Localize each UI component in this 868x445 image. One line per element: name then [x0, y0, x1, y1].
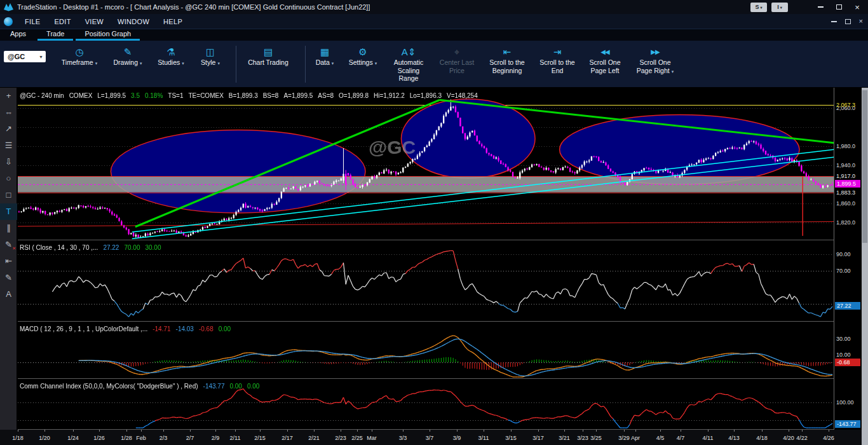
- pointer-tool-icon: ⇔: [4, 107, 13, 117]
- tab-apps[interactable]: Apps: [0, 29, 36, 41]
- chart-toolbar: @GC ▼ ◷Timeframe▾✎Drawing▾⚗Studies▾◫Styl…: [0, 41, 868, 88]
- cci-study-label: Comm Channel Index (50,0,0, MyColors( "D…: [20, 380, 264, 391]
- toolbar-settings-button[interactable]: ⚙Settings▾: [344, 46, 381, 67]
- analytics-tool-icon: A: [6, 289, 11, 299]
- pencil-tool-icon[interactable]: ✎: [0, 270, 17, 286]
- toolbar-scroll-page-right-button[interactable]: ▶▶Scroll OnePage Right▾: [632, 46, 679, 74]
- menu-window[interactable]: WINDOW: [111, 14, 156, 29]
- time-label: 1/24: [67, 435, 79, 441]
- time-tick: [18, 430, 18, 432]
- child-minimize-icon[interactable]: [831, 21, 837, 22]
- eraser-tool-icon[interactable]: ✎✕: [0, 236, 17, 253]
- menu-view[interactable]: VIEW: [78, 14, 111, 29]
- time-tick: [762, 430, 763, 432]
- price-chart-canvas[interactable]: [18, 88, 834, 240]
- quote-field: B=1,899.3: [229, 92, 258, 99]
- toolbar-scroll-page-left-button[interactable]: ◀◀Scroll OnePage Left: [583, 46, 627, 74]
- toolbar-auto-scaling-button[interactable]: A⇕AutomaticScalingRange: [386, 46, 431, 83]
- eraser-tool-icon: ✎: [5, 240, 12, 249]
- macd-value: -14.03: [176, 325, 194, 332]
- trendline-tool-icon[interactable]: ↗: [0, 121, 17, 137]
- gear-icon: ⚙: [358, 46, 367, 58]
- quote-field: TS=1: [168, 92, 183, 99]
- close-button[interactable]: ×: [850, 2, 864, 12]
- menu-help[interactable]: HELP: [156, 14, 189, 29]
- price-tick-label: 1,980.0: [836, 143, 855, 149]
- flask-icon: ⚗: [166, 46, 175, 58]
- toolbar-scroll-end-button[interactable]: ⇥Scroll to theEnd: [536, 46, 578, 74]
- time-label: 3/17: [532, 435, 544, 441]
- time-label: 2/9: [212, 435, 220, 441]
- cci-value: -143.77: [203, 383, 225, 390]
- menu-edit[interactable]: EDIT: [47, 14, 78, 29]
- snap-tool-icon[interactable]: ⇤: [0, 253, 17, 270]
- time-label: 1/26: [93, 435, 105, 441]
- pane-separator[interactable]: [18, 321, 862, 322]
- tab-position-graph[interactable]: Position Graph: [74, 29, 141, 41]
- toolbar-drawing-label: Drawing▾: [113, 58, 142, 67]
- chevron-down-icon: ▾: [375, 61, 377, 65]
- toolbar-style-button[interactable]: ◫Style▾: [194, 46, 226, 67]
- child-restore-icon[interactable]: [845, 19, 851, 24]
- toolbar-timeframe-button[interactable]: ◷Timeframe▾: [56, 46, 103, 67]
- quote-field: 0.18%: [145, 92, 163, 99]
- price-axis[interactable]: 2,060.01,980.01,940.01,860.01,820.02,067…: [834, 88, 862, 445]
- crosshair-tool-icon[interactable]: +: [0, 88, 17, 104]
- workspace-tabs: AppsTradePosition Graph: [0, 29, 868, 41]
- chevron-down-icon: ▾: [140, 61, 142, 65]
- quote-field: O=1,899.8: [339, 92, 369, 99]
- ellipse-tool-icon[interactable]: ○: [0, 170, 17, 187]
- macd-value: -14.71: [153, 325, 170, 332]
- chevron-down-icon: ▾: [780, 5, 782, 10]
- pane-separator[interactable]: [18, 378, 862, 379]
- scrollbar-thumb[interactable]: [862, 90, 867, 243]
- time-tick: [624, 430, 625, 432]
- time-axis[interactable]: 1/181/201/241/261/28Feb2/32/72/92/112/15…: [0, 430, 862, 445]
- cci-value: 0.00: [229, 383, 241, 390]
- clock-icon: ◷: [75, 46, 83, 58]
- time-label: 4/22: [796, 435, 808, 441]
- analytics-tool-icon[interactable]: A: [0, 286, 17, 303]
- macd-study-label: MACD ( 12 , 26 , 9 , 1 , 1 , UpColorDefa…: [20, 322, 236, 334]
- menu-file[interactable]: FILE: [18, 14, 47, 29]
- chevron-down-icon: ▾: [332, 61, 334, 65]
- toolbar-data-button[interactable]: ▦Data▾: [310, 46, 339, 67]
- arrow-down-tool-icon[interactable]: ⇩: [0, 154, 17, 170]
- toolbar-studies-button[interactable]: ⚗Studies▾: [153, 46, 189, 67]
- auto-scale-icon: A⇕: [402, 46, 416, 58]
- time-label: 3/23: [577, 435, 588, 441]
- child-close-icon[interactable]: ×: [859, 17, 863, 25]
- time-label: 2/23: [335, 435, 346, 441]
- time-tick: [141, 430, 142, 432]
- time-tick: [372, 430, 372, 432]
- rectangle-tool-icon[interactable]: □: [0, 187, 17, 203]
- pane-separator[interactable]: [18, 240, 862, 240]
- time-label: 3/15: [505, 435, 517, 441]
- macd-value-badge: -0.68: [835, 359, 860, 366]
- time-label: 4/26: [823, 435, 834, 441]
- time-label: 1/28: [121, 435, 132, 441]
- pointer-tool-icon[interactable]: ⇔: [0, 104, 17, 121]
- text-tool-icon: T: [6, 207, 11, 216]
- tab-trade[interactable]: Trade: [36, 29, 74, 41]
- symbol-input[interactable]: @GC ▼: [4, 51, 46, 62]
- time-tick: [538, 430, 539, 432]
- text-tool-icon[interactable]: T: [0, 203, 17, 220]
- vertical-scrollbar[interactable]: [862, 88, 868, 445]
- rsi-pane-canvas[interactable]: [18, 240, 834, 321]
- chevron-down-icon: ▾: [95, 61, 98, 65]
- toolbar-scroll-beginning-label: Scroll to theBeginning: [489, 58, 524, 74]
- toolbar-scroll-end-label: Scroll to theEnd: [539, 58, 574, 74]
- drawing-menu-icon[interactable]: ☰: [0, 137, 17, 154]
- quick-i-button[interactable]: I▾: [771, 3, 788, 12]
- time-tick: [511, 430, 512, 432]
- toolbar-chart-trading-button[interactable]: ▤Chart Trading: [241, 46, 295, 67]
- minimize-button[interactable]: [813, 2, 827, 12]
- quick-s-button[interactable]: S▾: [750, 3, 767, 12]
- restore-button[interactable]: [832, 2, 846, 12]
- rsi-title: RSI ( Close , 14 , 30 , 70 ,...: [20, 244, 98, 251]
- tradestation-menu-logo-icon[interactable]: [4, 17, 13, 26]
- parallel-lines-tool-icon[interactable]: ∥: [0, 220, 17, 236]
- toolbar-drawing-button[interactable]: ✎Drawing▾: [108, 46, 147, 67]
- toolbar-scroll-beginning-button[interactable]: ⇤Scroll to theBeginning: [483, 46, 531, 74]
